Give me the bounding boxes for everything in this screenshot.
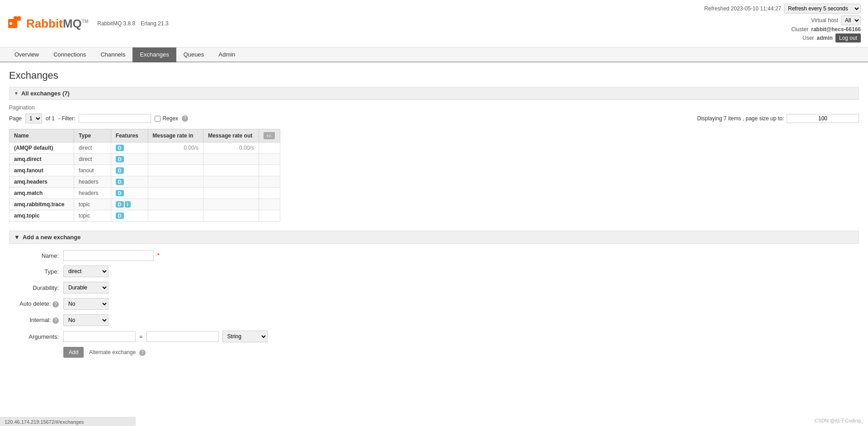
virtual-host-label: Virtual host	[811, 17, 838, 24]
args-type-select[interactable]: String Number Boolean	[222, 331, 268, 342]
all-exchanges-label: All exchanges (7)	[21, 90, 70, 97]
durability-input-container: Durable Transient	[63, 282, 108, 293]
table-row[interactable]: amq.rabbitmq.tracetopicDI	[9, 199, 280, 210]
cell-features: D	[111, 176, 148, 188]
cluster-row: Cluster rabbit@hecs-66166	[704, 26, 861, 33]
nav-admin[interactable]: Admin	[211, 47, 242, 62]
table-row[interactable]: amq.matchheadersD	[9, 188, 280, 199]
type-input-container: direct fanout headers topic	[63, 265, 108, 277]
cell-rate-in	[148, 154, 203, 165]
args-eq: =	[139, 333, 143, 340]
nav-channels[interactable]: Channels	[93, 47, 132, 62]
table-row[interactable]: amq.topictopicD	[9, 210, 280, 222]
cell-type: direct	[74, 142, 111, 154]
table-row[interactable]: amq.directdirectD	[9, 154, 280, 165]
name-row: Name: *	[9, 250, 859, 261]
cell-plus	[259, 165, 280, 176]
cell-rate-out	[203, 210, 259, 222]
cell-rate-in: 0.00/s	[148, 142, 203, 154]
cell-rate-out	[203, 154, 259, 165]
type-label: Type:	[9, 268, 63, 275]
table-row[interactable]: amq.headersheadersD	[9, 176, 280, 188]
feature-badge: D	[116, 190, 124, 196]
cell-features: D	[111, 142, 148, 154]
add-collapse-arrow-icon: ▼	[14, 234, 20, 241]
vhost-select[interactable]: All /	[841, 15, 861, 25]
args-key-input[interactable]	[63, 331, 136, 342]
plus-minus-button[interactable]: +/-	[264, 132, 275, 139]
feature-badge: D	[116, 156, 124, 162]
auto-delete-help-icon[interactable]: ?	[52, 301, 59, 308]
internal-help-icon[interactable]: ?	[52, 317, 59, 324]
add-exchange-section-header[interactable]: ▼ Add a new exchange	[9, 231, 859, 244]
cell-name: amq.topic	[9, 210, 74, 222]
cluster-label: Cluster	[791, 26, 808, 33]
auto-delete-input-container: No Yes	[63, 298, 108, 310]
regex-checkbox[interactable]	[155, 116, 160, 122]
table-row[interactable]: (AMQP default)directD0.00/s0.00/s	[9, 142, 280, 154]
logout-button[interactable]: Log out	[835, 33, 861, 43]
nav-connections[interactable]: Connections	[46, 47, 93, 62]
logo-mq: MQ	[63, 17, 82, 30]
filter-input[interactable]	[79, 114, 151, 123]
name-label: Name:	[9, 252, 63, 259]
cell-rate-out	[203, 188, 259, 199]
durability-row: Durability: Durable Transient	[9, 282, 859, 293]
feature-badge: D	[116, 167, 124, 174]
user-row: User admin Log out	[704, 33, 861, 43]
regex-help-icon[interactable]: ?	[182, 115, 188, 122]
cell-rate-in	[148, 199, 203, 210]
col-plus-minus: +/-	[259, 129, 280, 142]
cell-name: amq.fanout	[9, 165, 74, 176]
logo-tm: TM	[82, 19, 88, 24]
cell-name: amq.match	[9, 188, 74, 199]
feature-badge: D	[116, 213, 124, 219]
add-exchange-form: Name: * Type: direct fanout headers topi…	[9, 250, 859, 358]
cell-rate-in	[148, 165, 203, 176]
nav-queues[interactable]: Queues	[176, 47, 212, 62]
cell-plus	[259, 154, 280, 165]
page-select[interactable]: 1	[25, 114, 42, 123]
table-row[interactable]: amq.fanoutfanoutD	[9, 165, 280, 176]
cell-plus	[259, 210, 280, 222]
cell-type: headers	[74, 188, 111, 199]
args-value-input[interactable]	[146, 331, 219, 342]
cell-rate-in	[148, 210, 203, 222]
col-features: Features	[111, 129, 148, 142]
cell-features: DI	[111, 199, 148, 210]
refreshed-label: Refreshed 2023-05-10 11:44:27	[704, 5, 781, 12]
alternate-help-icon[interactable]: ?	[139, 350, 146, 356]
user-value: admin	[817, 35, 833, 41]
cell-name: amq.direct	[9, 154, 74, 165]
nav-overview[interactable]: Overview	[7, 47, 46, 62]
rabbitmq-logo-icon	[7, 15, 24, 32]
table-header: Name Type Features Message rate in Messa…	[9, 129, 280, 142]
add-exchange-button[interactable]: Add	[63, 347, 84, 358]
durability-select[interactable]: Durable Transient	[63, 282, 108, 293]
refresh-select[interactable]: Refresh every 5 seconds Refresh every 10…	[784, 4, 861, 14]
page-size-input[interactable]	[787, 114, 859, 123]
page-title: Exchanges	[9, 70, 859, 81]
auto-delete-select[interactable]: No Yes	[63, 298, 108, 310]
pagination-label: Pagination	[9, 104, 859, 111]
logo-area: RabbitMQTM	[7, 15, 88, 32]
feature-badge: I	[125, 201, 131, 208]
svg-point-3	[9, 22, 12, 25]
feature-badge: D	[116, 179, 124, 185]
nav-exchanges[interactable]: Exchanges	[132, 47, 176, 62]
col-type: Type	[74, 129, 111, 142]
col-rate-out: Message rate out	[203, 129, 259, 142]
internal-select[interactable]: No Yes	[63, 314, 108, 326]
exchange-name-input[interactable]	[63, 250, 154, 261]
cell-rate-in	[148, 176, 203, 188]
cell-plus	[259, 188, 280, 199]
filter-label: - Filter:	[58, 115, 75, 122]
internal-label: Internal: ?	[9, 317, 63, 324]
of-label: of 1	[46, 115, 55, 122]
cell-type: headers	[74, 176, 111, 188]
feature-badge: D	[116, 201, 124, 208]
all-exchanges-section-header[interactable]: ▼ All exchanges (7)	[9, 87, 859, 100]
cluster-value: rabbit@hecs-66166	[811, 26, 861, 33]
top-right: Refreshed 2023-05-10 11:44:27 Refresh ev…	[704, 4, 861, 43]
type-select[interactable]: direct fanout headers topic	[63, 265, 108, 277]
